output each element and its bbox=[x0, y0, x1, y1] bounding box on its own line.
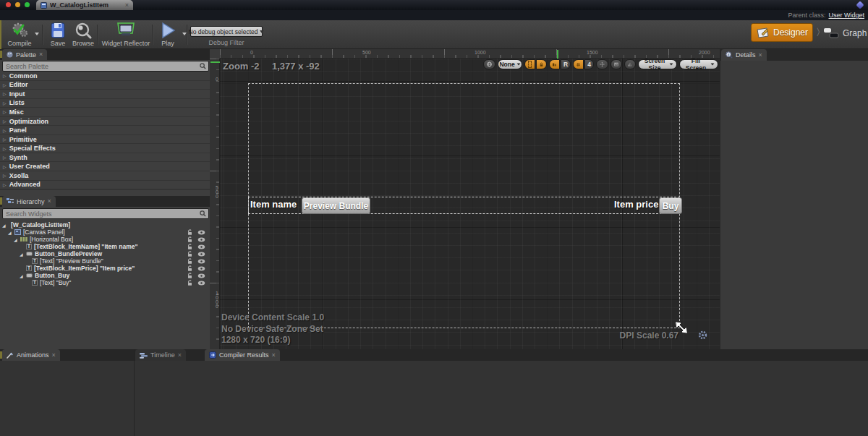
lock-widgets-toggle[interactable] bbox=[536, 59, 547, 69]
expander-icon[interactable]: ▷ bbox=[3, 101, 7, 106]
eye-icon[interactable] bbox=[197, 273, 205, 278]
expander-icon[interactable]: ▷ bbox=[3, 128, 7, 133]
expander-icon[interactable]: ▷ bbox=[3, 137, 7, 142]
expander-icon[interactable]: ▷ bbox=[3, 173, 7, 178]
close-tab-icon[interactable]: × bbox=[272, 352, 276, 359]
hierarchy-row[interactable]: T[Text] "Buy" bbox=[0, 279, 210, 286]
expander-icon[interactable]: ▷ bbox=[3, 155, 7, 160]
alignment-snap-toggle[interactable] bbox=[549, 59, 560, 69]
tab-hierarchy[interactable]: Hierarchy × bbox=[2, 196, 56, 207]
palette-category-xsolla[interactable]: ▷Xsolla bbox=[0, 171, 210, 181]
panel-divider[interactable] bbox=[134, 349, 135, 436]
palette-category-input[interactable]: ▷Input bbox=[0, 90, 210, 99]
hierarchy-row[interactable]: ◢[Horizontal Box] bbox=[0, 236, 210, 243]
hierarchy-row[interactable]: T[Text] "Preview Bundle" bbox=[0, 257, 210, 265]
screen-size-dropdown[interactable]: Screen Size bbox=[638, 59, 677, 69]
grid-snap-toggle[interactable] bbox=[573, 59, 584, 69]
palette-category-editor[interactable]: ▷Editor bbox=[0, 81, 210, 90]
lock-icon[interactable] bbox=[187, 273, 193, 279]
lock-icon[interactable] bbox=[187, 258, 193, 265]
preview-background-button[interactable] bbox=[610, 59, 622, 69]
close-tab-icon[interactable]: × bbox=[39, 51, 43, 58]
asset-tab[interactable]: W_CatalogListItem × bbox=[36, 0, 133, 10]
compile-button[interactable]: Compile bbox=[4, 22, 35, 47]
hierarchy-row[interactable]: T[TextBlock_ItemPrice] "Item price" bbox=[0, 265, 210, 272]
close-tab-icon[interactable]: × bbox=[125, 2, 129, 9]
hierarchy-row[interactable]: ◢Button_Buy bbox=[0, 272, 210, 279]
palette-search-input[interactable] bbox=[3, 61, 200, 71]
tab-details[interactable]: i Details × bbox=[721, 49, 767, 61]
designer-mode-button[interactable]: Designer bbox=[751, 23, 813, 42]
expander-icon[interactable]: ▷ bbox=[3, 164, 7, 169]
palette-category-primitive[interactable]: ▷Primitive bbox=[0, 135, 210, 145]
close-tab-icon[interactable]: × bbox=[52, 352, 56, 359]
palette-category-advanced[interactable]: ▷Advanced bbox=[0, 181, 210, 190]
parent-class-link[interactable]: User Widget bbox=[828, 12, 864, 19]
compile-options-caret[interactable] bbox=[35, 33, 39, 35]
lock-icon[interactable] bbox=[187, 280, 193, 286]
mirror-preview-button[interactable] bbox=[624, 59, 636, 69]
lock-icon[interactable] bbox=[187, 236, 193, 243]
hierarchy-search-input[interactable] bbox=[3, 209, 200, 218]
eye-icon[interactable] bbox=[197, 252, 205, 257]
eye-icon[interactable] bbox=[197, 266, 205, 271]
expander-icon[interactable]: ▷ bbox=[3, 91, 7, 96]
graph-mode-button[interactable]: Graph bbox=[823, 25, 867, 42]
lock-icon[interactable] bbox=[187, 251, 193, 257]
close-tab-icon[interactable]: × bbox=[759, 52, 762, 59]
transform-mode-button[interactable] bbox=[596, 59, 608, 69]
localization-preview-button[interactable] bbox=[483, 59, 495, 69]
hierarchy-row[interactable]: ◢[Canvas Panel] bbox=[0, 228, 210, 236]
fill-screen-dropdown[interactable]: Fill Screen bbox=[679, 59, 718, 69]
close-tab-icon[interactable]: × bbox=[178, 352, 182, 359]
expander-icon[interactable]: ▷ bbox=[3, 182, 7, 187]
designer-viewport[interactable]: Zoom -2 1,377 x -92 Item name Preview Bu… bbox=[220, 59, 720, 349]
play-button[interactable]: Play bbox=[156, 22, 179, 47]
expander-icon[interactable]: ◢ bbox=[20, 252, 24, 257]
expander-icon[interactable]: ◢ bbox=[2, 223, 7, 228]
preview-item-name-text[interactable]: Item name bbox=[250, 199, 297, 210]
lock-icon[interactable] bbox=[187, 244, 193, 250]
palette-category-optimization[interactable]: ▷Optimization bbox=[0, 117, 210, 127]
preview-bundle-button[interactable]: Preview Bundle bbox=[302, 197, 370, 214]
hierarchy-row[interactable]: T[TextBlock_ItemName] "Item name" bbox=[0, 243, 210, 250]
close-window-button[interactable] bbox=[6, 2, 11, 7]
tab-animations[interactable]: Animations × bbox=[2, 349, 60, 361]
dpi-settings-gear-icon[interactable] bbox=[698, 330, 707, 340]
minimize-window-button[interactable] bbox=[15, 2, 20, 7]
expander-icon[interactable]: ▷ bbox=[3, 119, 7, 124]
preview-item-price-text[interactable]: Item price bbox=[614, 199, 655, 210]
widget-reflector-button[interactable]: Widget Reflector bbox=[101, 22, 150, 47]
hierarchy-row[interactable]: ◢Button_BundlePreview bbox=[0, 250, 210, 257]
tab-palette[interactable]: Palette × bbox=[2, 49, 47, 60]
lock-icon[interactable] bbox=[187, 265, 193, 272]
debug-object-dropdown[interactable]: No debug object selected bbox=[190, 26, 263, 37]
palette-category-special-effects[interactable]: ▷Special Effects bbox=[0, 144, 210, 153]
hierarchy-search-field[interactable] bbox=[2, 208, 209, 219]
palette-category-panel[interactable]: ▷Panel bbox=[0, 126, 210, 135]
grid-snap-size-button[interactable]: 4 bbox=[584, 59, 594, 69]
tab-timeline[interactable]: Timeline × bbox=[135, 349, 186, 361]
zoom-window-button[interactable] bbox=[25, 2, 30, 7]
browse-button[interactable]: Browse bbox=[71, 22, 95, 47]
save-button[interactable]: Save bbox=[46, 22, 69, 47]
expander-icon[interactable]: ▷ bbox=[3, 109, 7, 114]
respect-locks-toggle[interactable]: R bbox=[561, 59, 571, 69]
palette-category-user-created[interactable]: ▷User Created bbox=[0, 162, 210, 171]
palette-category-misc[interactable]: ▷Misc bbox=[0, 108, 210, 117]
palette-category-lists[interactable]: ▷Lists bbox=[0, 99, 210, 108]
tab-compiler-results[interactable]: Compiler Results × bbox=[205, 349, 280, 361]
expander-icon[interactable]: ▷ bbox=[3, 146, 7, 151]
eye-icon[interactable] bbox=[197, 281, 205, 286]
expander-icon[interactable]: ◢ bbox=[14, 237, 18, 242]
close-tab-icon[interactable]: × bbox=[48, 198, 51, 205]
preview-buy-button[interactable]: Buy bbox=[659, 197, 682, 214]
eye-icon[interactable] bbox=[197, 230, 205, 235]
palette-category-synth[interactable]: ▷Synth bbox=[0, 153, 210, 163]
eye-icon[interactable] bbox=[197, 237, 205, 242]
hierarchy-row[interactable]: ◢[W_CatalogListItem] bbox=[0, 221, 210, 228]
palette-search-field[interactable] bbox=[2, 61, 209, 72]
expander-icon[interactable]: ◢ bbox=[20, 273, 24, 278]
expander-icon[interactable]: ◢ bbox=[8, 230, 12, 235]
lock-icon[interactable] bbox=[187, 229, 193, 236]
